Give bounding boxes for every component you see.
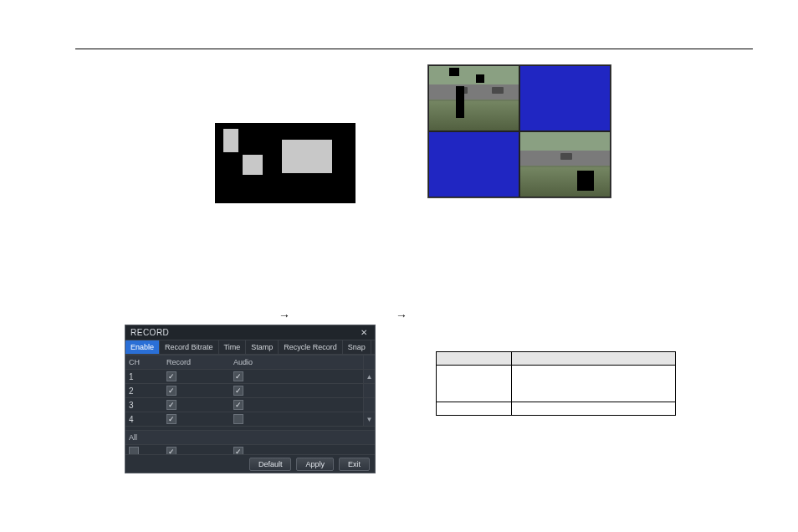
mask-overlay	[476, 74, 484, 83]
dialog-titlebar: RECORD ✕	[125, 325, 375, 340]
scrollbar-down[interactable]: ▼	[363, 412, 375, 426]
camera-feed-ch4	[519, 131, 611, 197]
all-label: All	[129, 433, 166, 442]
road-graphic	[429, 84, 519, 100]
parameter-table	[436, 351, 676, 416]
tab-record-bitrate[interactable]: Record Bitrate	[160, 340, 219, 354]
audio-checkbox[interactable]: ✓	[233, 386, 243, 396]
meaning-cell	[512, 366, 676, 402]
car-graphic	[560, 153, 572, 160]
meaning-header	[512, 352, 676, 366]
all-row: ✓ ✓	[125, 445, 375, 454]
cell-ch: 4	[129, 415, 166, 424]
mask-overlay	[456, 86, 464, 118]
scrollbar-track[interactable]	[363, 398, 375, 412]
tab-stamp[interactable]: Stamp	[246, 340, 279, 354]
mask-region	[282, 140, 332, 173]
dialog-body: CH Record Audio 1 ✓ ✓ ▲ 2 ✓ ✓ 3 ✓ ✓	[125, 355, 375, 454]
privacy-mask-diagram	[215, 123, 356, 203]
all-audio-checkbox[interactable]: ✓	[233, 447, 243, 454]
param-cell	[437, 366, 512, 402]
table-row: 4 ✓ ▼	[125, 412, 375, 427]
enable-table: CH Record Audio 1 ✓ ✓ ▲ 2 ✓ ✓ 3 ✓ ✓	[125, 355, 375, 427]
mask-overlay	[577, 171, 594, 191]
camera-feed-ch3-no-signal	[428, 131, 519, 197]
record-dialog: RECORD ✕ Enable Record Bitrate Time Stam…	[125, 325, 376, 473]
cell-ch: 1	[129, 372, 166, 381]
col-ch: CH	[129, 358, 166, 366]
param-header	[437, 352, 512, 366]
param-cell	[437, 402, 512, 416]
close-icon[interactable]: ✕	[358, 327, 370, 339]
audio-checkbox[interactable]: ✓	[233, 400, 243, 410]
dialog-tabs: Enable Record Bitrate Time Stamp Recycle…	[125, 340, 375, 355]
dialog-footer: Default Apply Exit	[125, 454, 375, 473]
tab-snap[interactable]: Snap	[343, 340, 371, 354]
col-audio: Audio	[233, 358, 363, 366]
arrow-icon: →	[396, 309, 407, 322]
default-button[interactable]: Default	[249, 458, 292, 471]
chevron-down-icon: ▼	[366, 416, 373, 423]
camera-feed-ch1	[428, 65, 519, 131]
camera-feed-ch2-no-signal	[519, 65, 611, 131]
col-record: Record	[166, 358, 233, 366]
car-graphic	[492, 87, 504, 94]
cell-ch: 2	[129, 386, 166, 396]
record-checkbox[interactable]: ✓	[166, 371, 176, 381]
audio-checkbox[interactable]: ✓	[233, 371, 243, 381]
scrollbar-head	[363, 356, 375, 369]
table-header: CH Record Audio	[125, 356, 375, 370]
tab-enable[interactable]: Enable	[125, 340, 160, 354]
all-header: All	[125, 431, 375, 445]
tab-time[interactable]: Time	[219, 340, 247, 354]
dialog-title: RECORD	[130, 328, 169, 337]
apply-button[interactable]: Apply	[296, 458, 334, 471]
chevron-up-icon: ▲	[366, 373, 373, 381]
arrow-icon: →	[279, 309, 290, 322]
scrollbar-track[interactable]	[363, 384, 375, 397]
mask-overlay	[449, 68, 459, 76]
table-row: 3 ✓ ✓	[125, 398, 375, 412]
cell-ch: 3	[129, 401, 166, 410]
audio-checkbox[interactable]	[233, 414, 243, 424]
mask-region	[223, 129, 238, 152]
record-checkbox[interactable]: ✓	[166, 414, 176, 424]
record-checkbox[interactable]: ✓	[166, 400, 176, 410]
all-section: All ✓ ✓	[125, 430, 375, 454]
all-record-checkbox[interactable]: ✓	[166, 447, 176, 454]
scrollbar-up[interactable]: ▲	[363, 370, 375, 383]
horizontal-rule	[75, 49, 753, 49]
record-checkbox[interactable]: ✓	[166, 386, 176, 396]
meaning-cell	[512, 402, 676, 416]
camera-quad-preview	[427, 64, 611, 198]
table-row: 1 ✓ ✓ ▲	[125, 370, 375, 384]
tab-recycle-record[interactable]: Recycle Record	[279, 340, 343, 354]
exit-button[interactable]: Exit	[339, 458, 370, 471]
table-row: 2 ✓ ✓	[125, 384, 375, 398]
mask-region	[243, 155, 263, 175]
all-enable-checkbox[interactable]	[129, 447, 139, 454]
